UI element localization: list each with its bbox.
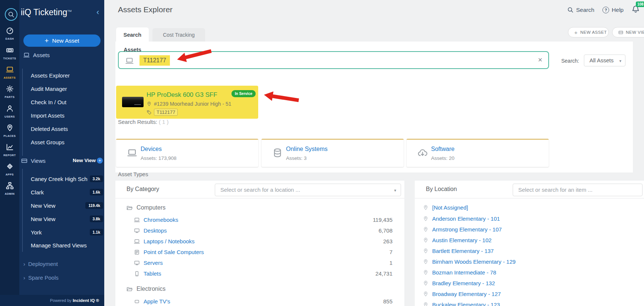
- search-assets-panel: T112177 × Search: All Assets ▾ Search Re…: [115, 42, 633, 172]
- new-asset-toolbar-button[interactable]: + NEW ASSET: [568, 27, 609, 37]
- rail-item-assets[interactable]: ASSETS: [0, 66, 19, 79]
- asset-type-card-devices[interactable]: Devices Assets: 173,908: [116, 139, 258, 167]
- view-item-york[interactable]: York 1.1k: [31, 226, 103, 239]
- sidebar-collapse-icon[interactable]: ‹: [96, 8, 99, 16]
- view-item-manage-shared-views[interactable]: Manage Shared Views: [31, 238, 103, 252]
- new-view-plus-icon[interactable]: +: [97, 158, 103, 164]
- search-scope-dropdown[interactable]: All Assets ▾: [584, 55, 625, 66]
- sidebar-group-deployment[interactable]: › Deployment: [23, 259, 58, 269]
- map-pin-icon: [147, 101, 152, 106]
- sidebar-section-assets[interactable]: Assets: [23, 52, 50, 58]
- category-item-laptops-notebooks[interactable]: Laptops / Notebooks: [134, 238, 195, 244]
- apple-tv-icon: [134, 299, 140, 305]
- rail-item-report[interactable]: REPORT: [0, 143, 19, 157]
- rail-item-tickets[interactable]: TICKETS: [0, 46, 19, 60]
- sidebar-item-import-assets[interactable]: Import Assets: [31, 109, 65, 122]
- map-pin-icon: [423, 205, 428, 210]
- location-item-armstrong[interactable]: Armstrong Elementary - 107: [423, 226, 502, 233]
- views-section-header[interactable]: Views: [21, 155, 46, 166]
- folder-icon: [126, 286, 133, 292]
- rail-item-users[interactable]: USERS: [0, 105, 19, 118]
- sidebar-item-deleted-assets[interactable]: Deleted Assets: [31, 122, 68, 136]
- category-item-desktops[interactable]: Desktops: [134, 227, 167, 234]
- map-pin-icon: [423, 227, 428, 232]
- category-count: 119,435: [373, 217, 392, 223]
- sidebar: DASH TICKETS ASSETS PARTS USERS PLACES: [0, 0, 104, 306]
- category-item-chromebooks[interactable]: Chromebooks: [134, 217, 178, 223]
- powered-by-footer: Powered by Incident IQ ®: [0, 295, 104, 306]
- search-results-count: ( 1 ): [159, 119, 169, 125]
- status-badge: In Service: [231, 90, 256, 97]
- tab-search-assets[interactable]: Search Assets: [116, 27, 149, 42]
- sidebar-item-audit-manager[interactable]: Audit Manager: [31, 82, 67, 96]
- category-item-tablets[interactable]: Tablets: [134, 270, 161, 277]
- location-item-bozman[interactable]: Bozman Intermediate - 78: [423, 269, 496, 276]
- view-item-new-view-2[interactable]: New View 3.8k: [31, 212, 103, 226]
- location-item-dropdown[interactable]: Select or search for an item ...: [513, 184, 643, 196]
- submenu-indicator-line: [22, 69, 23, 156]
- location-item-anderson[interactable]: Anderson Elementary - 101: [423, 215, 500, 222]
- asset-title-link[interactable]: HP ProDesk 600 G3 SFF: [147, 91, 217, 99]
- category-count: 855: [383, 298, 392, 305]
- by-category-title: By Category: [126, 186, 159, 193]
- laptop-icon: [23, 52, 30, 58]
- rail-item-apps[interactable]: APPS: [0, 162, 19, 176]
- by-location-header: By Location Select or search for an item…: [415, 181, 644, 198]
- sidebar-item-check-in-out[interactable]: Check In / Out: [31, 96, 66, 109]
- app-logo: [5, 8, 17, 21]
- view-item-new-view-1[interactable]: New View 119.4k: [31, 199, 103, 212]
- plus-icon: +: [574, 29, 578, 36]
- rail-item-places[interactable]: PLACES: [0, 124, 19, 138]
- rail-item-parts[interactable]: PARTS: [0, 85, 19, 99]
- view-item-caney-creek[interactable]: Caney Creek High Scho... 3.2k: [31, 172, 103, 185]
- global-search-button[interactable]: Search: [567, 7, 594, 13]
- asset-type-card-software[interactable]: Software Assets: 20: [407, 139, 549, 167]
- chevron-right-icon: ›: [23, 274, 25, 281]
- asset-types-label: Asset Types: [118, 171, 148, 177]
- view-count-badge: 1.1k: [90, 229, 103, 236]
- map-pin-icon: [423, 216, 428, 221]
- notification-count-badge: 108: [636, 1, 644, 7]
- view-count-badge: 3.2k: [90, 175, 103, 182]
- rail-item-admin[interactable]: ADMIN: [0, 182, 19, 195]
- location-item-austin[interactable]: Austin Elementary - 102: [423, 237, 492, 243]
- new-view-link[interactable]: New View: [73, 155, 96, 166]
- location-item-bartlett[interactable]: Bartlett Elementary - 137: [423, 248, 494, 254]
- new-asset-button[interactable]: + New Asset: [23, 34, 101, 47]
- view-item-clark[interactable]: Clark 1.6k: [31, 185, 103, 199]
- category-item-apple-tvs[interactable]: Apple TV's: [134, 298, 170, 305]
- notifications-button[interactable]: 108: [632, 5, 640, 14]
- gear-icon: [6, 85, 14, 93]
- chevron-down-icon: ▾: [394, 184, 396, 196]
- view-count-badge: 1.6k: [90, 189, 103, 195]
- tab-cost-tracking[interactable]: Cost Tracking: [152, 28, 205, 42]
- rail-item-dash[interactable]: DASH: [0, 27, 19, 40]
- map-pin-icon: [423, 259, 428, 264]
- asset-type-card-online-systems[interactable]: Online Systems Assets: 3: [262, 139, 404, 167]
- category-item-servers[interactable]: Servers: [134, 260, 163, 266]
- category-group-computers[interactable]: Computers: [126, 204, 165, 211]
- category-location-dropdown[interactable]: Select or search for a location ... ▾: [215, 184, 401, 196]
- asset-result-card[interactable]: HP ProDesk 600 G3 SFF In Service #1239 M…: [116, 86, 258, 119]
- search-results-label: Search Results:( 1 ): [118, 119, 169, 125]
- sidebar-item-assets-explorer[interactable]: Assets Explorer: [31, 69, 70, 82]
- new-asset-label: New Asset: [52, 37, 79, 44]
- location-item-broadway[interactable]: Broadway Elementary - 127: [423, 291, 501, 297]
- location-item-birnham-woods[interactable]: Birnham Woods Elementary - 129: [423, 259, 516, 265]
- person-icon: [6, 105, 14, 112]
- logo-magnifier-icon: [8, 11, 14, 18]
- location-item-buckalew[interactable]: Buckalew Elementary - 123: [423, 302, 500, 306]
- clear-search-icon[interactable]: ×: [538, 56, 542, 64]
- location-item-bradley[interactable]: Bradley Elementary - 132: [423, 280, 495, 286]
- sidebar-group-spare-pools[interactable]: › Spare Pools: [23, 272, 59, 283]
- search-icon: [567, 7, 574, 13]
- category-item-point-of-sale[interactable]: Point of Sale Computers: [134, 249, 204, 255]
- brand-name: iiQ TicketingTM: [21, 7, 72, 17]
- sidebar-item-asset-groups[interactable]: Asset Groups: [31, 136, 65, 149]
- dashboard-gauge-icon: [6, 27, 14, 34]
- new-view-toolbar-button[interactable]: NEW VIEW: [612, 27, 644, 37]
- help-button[interactable]: ? Help: [602, 7, 624, 13]
- category-count: 24,731: [375, 270, 392, 277]
- location-item-not-assigned[interactable]: [Not Assigned]: [423, 204, 468, 211]
- category-group-electronics[interactable]: Electronics: [126, 286, 165, 292]
